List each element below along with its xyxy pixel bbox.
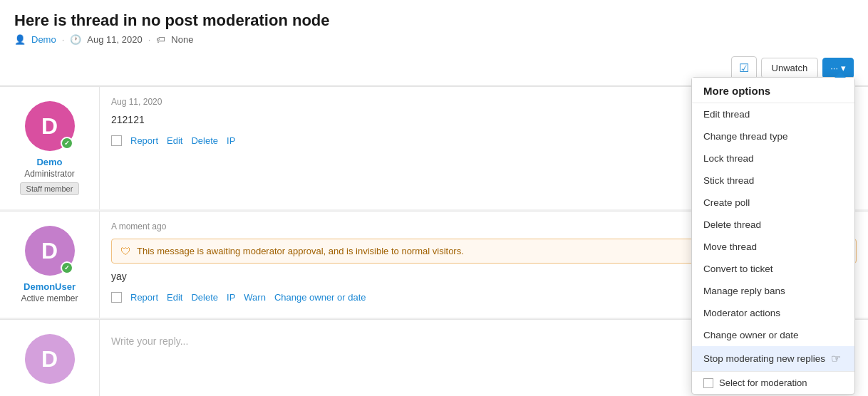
edit-link-2[interactable]: Edit bbox=[167, 292, 182, 303]
thread-date: Aug 11, 2020 bbox=[87, 34, 142, 45]
ip-link-1[interactable]: IP bbox=[227, 135, 235, 146]
avatar-letter: D bbox=[41, 113, 58, 140]
reply-placeholder[interactable]: Write your reply... bbox=[111, 330, 188, 353]
user-name-1[interactable]: Demo bbox=[36, 157, 62, 167]
meta-sep-1: · bbox=[62, 34, 65, 45]
cursor-icon: ☞ bbox=[831, 352, 841, 365]
moderation-text: This message is awaiting moderator appro… bbox=[137, 246, 464, 256]
dropdown-item-delete-thread[interactable]: Delete thread bbox=[692, 214, 854, 236]
dropdown-arrow bbox=[835, 72, 846, 78]
ip-link-2[interactable]: IP bbox=[227, 292, 235, 303]
post-checkbox-2[interactable] bbox=[111, 292, 122, 303]
post-checkbox-1[interactable] bbox=[111, 135, 122, 146]
delete-link-1[interactable]: Delete bbox=[191, 135, 218, 146]
post-sidebar-1: D ✓ Demo Administrator Staff member bbox=[0, 87, 100, 209]
thread-meta: 👤 Demo · 🕐 Aug 11, 2020 · 🏷 None bbox=[14, 34, 854, 45]
dropdown-item-manage-reply-bans[interactable]: Manage reply bans bbox=[692, 280, 854, 302]
dropdown-item-moderator-actions[interactable]: Moderator actions bbox=[692, 302, 854, 324]
report-link-2[interactable]: Report bbox=[130, 292, 158, 303]
avatar: D ✓ bbox=[25, 101, 75, 151]
dropdown-item-stick-thread[interactable]: Stick thread bbox=[692, 170, 854, 192]
clock-icon: 🕐 bbox=[70, 34, 81, 45]
dropdown-item-change-thread-type[interactable]: Change thread type bbox=[692, 125, 854, 147]
staff-badge-1: Staff member bbox=[20, 182, 80, 195]
unwatch-button[interactable]: Unwatch bbox=[761, 58, 819, 78]
dropdown-item-lock-thread[interactable]: Lock thread bbox=[692, 147, 854, 170]
more-options-dropdown: More options Edit thread Change thread t… bbox=[691, 77, 855, 395]
avatar-letter-2: D bbox=[41, 238, 58, 264]
shield-icon: 🛡 bbox=[120, 245, 131, 257]
tag-icon: 🏷 bbox=[156, 34, 165, 45]
post-sidebar-2: D ✓ DemonUser Active member bbox=[0, 212, 100, 318]
dropdown-item-move-thread[interactable]: Move thread bbox=[692, 236, 854, 258]
dropdown-header: More options bbox=[692, 78, 854, 103]
dropdown-item-create-poll[interactable]: Create poll bbox=[692, 192, 854, 214]
dropdown-item-stop-moderating[interactable]: Stop moderating new replies ☞ bbox=[692, 346, 854, 371]
user-role-2: Active member bbox=[21, 293, 78, 303]
online-badge-2: ✓ bbox=[61, 261, 73, 274]
meta-sep-2: · bbox=[148, 34, 151, 45]
user-icon: 👤 bbox=[14, 34, 26, 45]
thread-header: Here is thread in no post moderation nod… bbox=[0, 0, 868, 51]
thread-title: Here is thread in no post moderation nod… bbox=[14, 11, 854, 30]
user-name-2[interactable]: DemonUser bbox=[24, 281, 76, 292]
dropdown-item-change-owner-or-date[interactable]: Change owner or date bbox=[692, 324, 854, 346]
avatar-2: D ✓ bbox=[25, 226, 75, 276]
reply-sidebar: D bbox=[0, 320, 100, 396]
thread-author[interactable]: Demo bbox=[31, 34, 56, 45]
reply-avatar-letter: D bbox=[41, 346, 58, 372]
change-owner-link[interactable]: Change owner or date bbox=[274, 292, 366, 303]
user-role-1: Administrator bbox=[24, 169, 75, 179]
dropdown-item-convert-to-ticket[interactable]: Convert to ticket bbox=[692, 258, 854, 280]
dropdown-item-edit-thread[interactable]: Edit thread bbox=[692, 103, 854, 125]
thread-tag: None bbox=[171, 34, 193, 45]
delete-link-2[interactable]: Delete bbox=[191, 292, 218, 303]
select-for-moderation-label: Select for moderation bbox=[719, 377, 807, 388]
online-badge: ✓ bbox=[61, 137, 73, 150]
warn-link[interactable]: Warn bbox=[244, 292, 266, 303]
edit-link-1[interactable]: Edit bbox=[167, 135, 182, 146]
select-for-moderation-checkbox[interactable] bbox=[703, 378, 713, 388]
report-link-1[interactable]: Report bbox=[130, 135, 158, 146]
reply-avatar: D bbox=[25, 334, 75, 384]
dropdown-footer: Select for moderation bbox=[692, 371, 854, 394]
page-wrapper: Here is thread in no post moderation nod… bbox=[0, 0, 868, 396]
